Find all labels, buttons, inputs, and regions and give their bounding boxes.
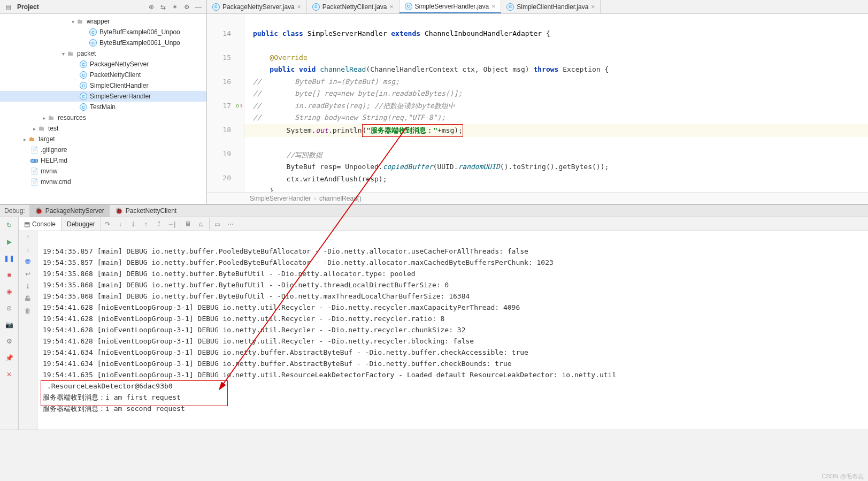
debug-body: ↻ ▶ ❚❚ ■ ◉ ⊘ 📷 ⚙ 📌 ✕ ▤Console Debugger ↷… <box>0 217 868 430</box>
debug-main: ▤Console Debugger ↷ ↓ ⤓ ↑ ⤴ →| 🖩 ⎌ ▭ ⋯ ↑… <box>19 217 868 430</box>
tree-item[interactable]: CPacketNettyClient <box>0 70 206 80</box>
print-icon[interactable]: 🖶 <box>25 295 31 302</box>
expand-icon[interactable]: ⇆ <box>158 2 168 12</box>
project-title: Project <box>17 3 144 11</box>
tree-folder-wrapper[interactable]: ▾🖿wrapper <box>0 16 206 27</box>
up-icon[interactable]: ↑ <box>26 233 29 241</box>
editor-area: CPackageNettyServer.java× CPacketNettyCl… <box>207 0 868 204</box>
settings-icon[interactable]: ⚙ <box>182 2 191 12</box>
tree-folder-test[interactable]: ▸🖿test <box>0 123 206 134</box>
console-left-toolbar: ↑ ↓ ⛃ ↩ ⤓ 🖶 🗑 <box>19 231 37 430</box>
breadcrumb[interactable]: SimpleServerHandler › channelRead() <box>207 192 868 204</box>
force-step-icon[interactable]: ⤓ <box>127 218 140 231</box>
watermark: CSDN @毛奇志 <box>822 472 864 480</box>
pause-icon[interactable]: ❚❚ <box>3 253 15 264</box>
tree-file-helpmd[interactable]: MDHELP.md <box>0 155 206 166</box>
override-icon: o <box>236 100 239 112</box>
debug-header: Debug: 🐞PackageNettyServer 🐞PacketNettyC… <box>0 204 868 217</box>
editor-tab[interactable]: CSimpleClientHandler.java× <box>501 0 601 13</box>
run-to-cursor-icon[interactable]: →| <box>165 218 178 231</box>
resume-icon[interactable]: ▶ <box>3 236 15 248</box>
close-icon[interactable]: × <box>591 3 595 11</box>
tree-file-gitignore[interactable]: 📄.gitignore <box>0 144 206 155</box>
annotation-box-code: ("服务器端收到消息："+msg); <box>362 124 463 138</box>
tree-folder-resources[interactable]: ▸🖿resources <box>0 112 206 123</box>
clear-icon[interactable]: 🗑 <box>25 307 31 315</box>
tree-file-mvnwcmd[interactable]: 📄mvnw.cmd <box>0 177 206 187</box>
debug-toolbar: ▤Console Debugger ↷ ↓ ⤓ ↑ ⤴ →| 🖩 ⎌ ▭ ⋯ <box>19 217 868 231</box>
tree-folder-packet[interactable]: ▾🖿packet <box>0 48 206 59</box>
down-icon[interactable]: ↓ <box>26 246 29 253</box>
layout-icon[interactable]: ▭ <box>211 218 224 231</box>
close-icon[interactable]: × <box>297 3 301 11</box>
gutter-marker-icon: ↑ <box>239 100 243 112</box>
project-view-icon[interactable]: ▤ <box>3 2 13 12</box>
step-out-icon[interactable]: ↑ <box>140 218 152 231</box>
editor-tab-active[interactable]: CSimpleServerHandler.java× <box>400 0 502 13</box>
close-icon[interactable]: ✕ <box>3 369 15 380</box>
tree-item-selected[interactable]: CSimpleServerHandler <box>0 91 206 102</box>
project-panel: ▤ Project ⊕ ⇆ ✶ ⚙ — ▾🖿wrapper CByteBufEx… <box>0 0 207 204</box>
step-over-icon[interactable]: ↷ <box>101 218 114 231</box>
console-tab[interactable]: ▤Console <box>19 217 62 231</box>
tree-item[interactable]: CPackageNettyServer <box>0 59 206 70</box>
scroll-end-icon[interactable]: ⤓ <box>25 283 30 290</box>
soft-wrap-icon[interactable]: ↩ <box>25 270 30 278</box>
more-icon[interactable]: ⋯ <box>224 218 237 231</box>
tree-item[interactable]: CByteBufExample006_Unpoo <box>0 27 206 37</box>
code-area[interactable]: public class SimpleServerHandler extends… <box>244 14 868 192</box>
tree-folder-target[interactable]: ▸🖿target <box>0 134 206 144</box>
hide-icon[interactable]: — <box>194 2 203 12</box>
close-icon[interactable]: × <box>390 3 394 11</box>
bug-icon: 🐞 <box>115 207 123 215</box>
debug-label: Debug: <box>0 207 29 215</box>
editor-tab[interactable]: CPackageNettyServer.java× <box>207 0 307 13</box>
filter-icon[interactable]: ⛃ <box>25 258 30 265</box>
camera-icon[interactable]: 📷 <box>3 319 15 331</box>
editor-tab[interactable]: CPacketNettyClient.java× <box>307 0 400 13</box>
tree-item[interactable]: CSimpleClientHandler <box>0 80 206 91</box>
close-icon[interactable]: × <box>491 3 495 10</box>
editor-gutter: 14 15 16 17o↑ 18 19 20 21 22 23 24 25 26… <box>207 14 244 192</box>
debug-config-tab[interactable]: 🐞PacketNettyClient <box>110 205 182 217</box>
bug-icon: 🐞 <box>35 207 43 215</box>
pin-icon[interactable]: 📌 <box>3 352 15 364</box>
project-tree[interactable]: ▾🖿wrapper CByteBufExample006_Unpoo CByte… <box>0 14 206 204</box>
mute-icon[interactable]: ⊘ <box>3 302 15 314</box>
tree-file-mvnw[interactable]: 📄mvnw <box>0 166 206 177</box>
rerun-icon[interactable]: ↻ <box>3 219 15 231</box>
tree-item[interactable]: CByteBufExample0061_Unpo <box>0 37 206 48</box>
evaluate-icon[interactable]: 🖩 <box>182 218 195 231</box>
stop-icon[interactable]: ■ <box>3 269 15 281</box>
settings-icon[interactable]: ⚙ <box>3 335 15 347</box>
step-into-icon[interactable]: ↓ <box>114 218 127 231</box>
trace-icon[interactable]: ⎌ <box>195 218 208 231</box>
drop-frame-icon[interactable]: ⤴ <box>152 218 165 231</box>
locate-icon[interactable]: ⊕ <box>147 2 156 12</box>
tree-item[interactable]: CTestMain <box>0 102 206 112</box>
breakpoints-icon[interactable]: ◉ <box>3 286 15 297</box>
status-bar <box>0 430 868 441</box>
debug-left-toolbar: ↻ ▶ ❚❚ ■ ◉ ⊘ 📷 ⚙ 📌 ✕ <box>0 217 19 430</box>
debugger-tab[interactable]: Debugger <box>62 217 101 231</box>
editor-tabs: CPackageNettyServer.java× CPacketNettyCl… <box>207 0 868 14</box>
editor-content[interactable]: 14 15 16 17o↑ 18 19 20 21 22 23 24 25 26… <box>207 14 868 192</box>
console-output[interactable]: 19:54:35.857 [main] DEBUG io.netty.buffe… <box>37 231 868 430</box>
debug-config-tab-active[interactable]: 🐞PackageNettyServer <box>29 205 110 217</box>
collapse-icon[interactable]: ✶ <box>170 2 180 12</box>
project-header: ▤ Project ⊕ ⇆ ✶ ⚙ — <box>0 0 206 14</box>
